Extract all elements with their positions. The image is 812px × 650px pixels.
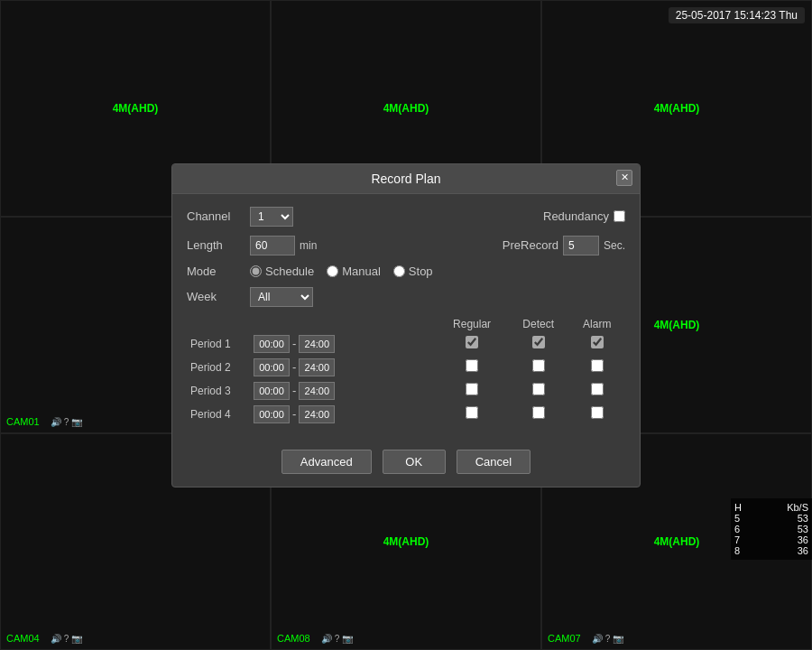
period-3-detect-cell (508, 379, 569, 403)
period-1-row: Period 1 - (187, 332, 625, 356)
period-2-label: Period 2 (187, 356, 250, 379)
period-3-start[interactable] (254, 382, 290, 400)
mode-schedule[interactable]: Schedule (250, 265, 314, 278)
period-1-regular-cell (436, 332, 507, 356)
period-1-alarm-checkbox[interactable] (591, 336, 604, 348)
period-2-regular-cell (436, 356, 507, 379)
period-3-end[interactable] (299, 382, 335, 400)
period-3-alarm-cell (569, 379, 625, 403)
mode-radio-group: Schedule Manual Stop (250, 265, 433, 278)
channel-label: Channel (187, 209, 250, 223)
dialog-title-bar: Record Plan ✕ (172, 164, 640, 194)
cancel-button[interactable]: Cancel (457, 450, 531, 474)
period-2-row: Period 2 - (187, 356, 625, 379)
period-4-detect-cell (508, 403, 569, 426)
mode-stop[interactable]: Stop (393, 265, 433, 278)
redundancy-label: Redundancy (543, 209, 609, 223)
period-3-alarm-checkbox[interactable] (591, 383, 604, 395)
period-2-start[interactable] (254, 358, 290, 376)
period-4-row: Period 4 - (187, 403, 625, 426)
period-4-regular-cell (436, 403, 507, 426)
length-unit: min (300, 239, 317, 252)
period-4-label: Period 4 (187, 403, 250, 426)
period-2-regular-checkbox[interactable] (466, 359, 478, 372)
mode-manual-radio[interactable] (327, 265, 338, 277)
mode-manual-label: Manual (342, 265, 381, 278)
period-4-alarm-checkbox[interactable] (591, 406, 604, 419)
period-4-start[interactable] (254, 405, 290, 423)
length-label: Length (187, 238, 250, 252)
redundancy-area: Redundancy (543, 209, 625, 223)
mode-manual[interactable]: Manual (327, 265, 381, 278)
period-1-start[interactable] (254, 335, 290, 353)
period-3-regular-cell (436, 379, 507, 403)
col-alarm-header: Alarm (569, 316, 625, 332)
dialog-footer: Advanced OK Cancel (172, 435, 640, 487)
advanced-button[interactable]: Advanced (281, 450, 372, 474)
length-row: Length min PreRecord Sec. (187, 236, 625, 255)
mode-schedule-radio[interactable] (250, 265, 262, 277)
period-3-regular-checkbox[interactable] (466, 383, 478, 395)
period-3-label: Period 3 (187, 379, 250, 403)
mode-row: Mode Schedule Manual Stop (187, 265, 625, 278)
period-2-time: - (250, 356, 436, 379)
period-4-detect-checkbox[interactable] (532, 406, 545, 419)
mode-stop-label: Stop (409, 265, 433, 278)
week-row: Week All Mon Tue Wed Thu Fri Sat Sun (187, 287, 625, 307)
channel-row: Channel 1 2 3 4 Redundancy (187, 207, 625, 227)
period-1-detect-checkbox[interactable] (532, 336, 545, 348)
record-plan-dialog: Record Plan ✕ Channel 1 2 3 4 Redundancy (171, 163, 641, 488)
mode-stop-radio[interactable] (393, 265, 405, 277)
period-1-end[interactable] (299, 335, 335, 353)
col-period-header (187, 316, 250, 332)
week-label: Week (187, 290, 250, 303)
period-3-detect-checkbox[interactable] (532, 383, 545, 395)
period-1-detect-cell (508, 332, 569, 356)
prerecord-unit: Sec. (604, 239, 625, 252)
period-4-time: - (250, 403, 436, 426)
period-2-end[interactable] (299, 358, 335, 376)
period-1-regular-checkbox[interactable] (466, 336, 478, 348)
period-2-detect-checkbox[interactable] (532, 359, 545, 372)
col-detect-header: Detect (508, 316, 569, 332)
dialog-body: Channel 1 2 3 4 Redundancy Length min (172, 194, 640, 435)
ok-button[interactable]: OK (383, 450, 446, 474)
period-4-alarm-cell (569, 403, 625, 426)
period-table: Regular Detect Alarm Period 1 - (187, 316, 625, 426)
mode-label: Mode (187, 265, 250, 278)
period-2-alarm-checkbox[interactable] (591, 359, 604, 372)
period-1-label: Period 1 (187, 332, 250, 356)
channel-select[interactable]: 1 2 3 4 (250, 207, 293, 227)
prerecord-input[interactable] (563, 236, 599, 255)
period-2-detect-cell (508, 356, 569, 379)
modal-overlay: Record Plan ✕ Channel 1 2 3 4 Redundancy (0, 0, 812, 650)
prerecord-label: PreRecord (503, 238, 558, 252)
period-2-alarm-cell (569, 356, 625, 379)
dialog-close-button[interactable]: ✕ (616, 170, 632, 186)
period-4-end[interactable] (299, 405, 335, 423)
col-time-header (250, 316, 436, 332)
col-regular-header: Regular (436, 316, 507, 332)
period-3-row: Period 3 - (187, 379, 625, 403)
length-input[interactable] (250, 236, 295, 255)
period-3-time: - (250, 379, 436, 403)
mode-schedule-label: Schedule (265, 265, 314, 278)
week-select[interactable]: All Mon Tue Wed Thu Fri Sat Sun (250, 287, 313, 307)
redundancy-checkbox[interactable] (614, 210, 625, 222)
period-4-regular-checkbox[interactable] (466, 406, 478, 419)
period-1-time: - (250, 332, 436, 356)
prerecord-area: PreRecord Sec. (503, 236, 625, 255)
dialog-title: Record Plan (371, 172, 440, 186)
period-1-alarm-cell (569, 332, 625, 356)
